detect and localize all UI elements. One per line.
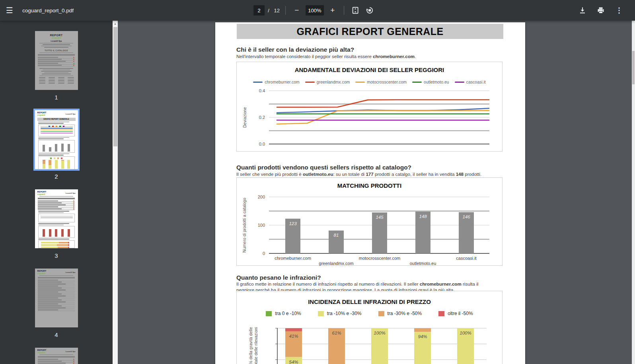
download-button[interactable]: [577, 5, 588, 16]
bar-chart-matching-prodotti: MATCHING PRODOTTI 0100200Numero di prodo…: [236, 177, 503, 266]
svg-text:Numero di prodotti a catalogo: Numero di prodotti a catalogo: [242, 198, 247, 253]
pdf-viewer-area: GRAFICI REPORT GENERALE Chi è il seller …: [118, 21, 632, 364]
thumb-logo-report: REPORT: [35, 34, 78, 37]
page-banner-title: GRAFICI REPORT GENERALE: [237, 24, 503, 39]
chart-1-plot: 0.00.20.4Deviazione: [237, 86, 503, 152]
legend-label: tra -30% e -50%: [388, 311, 422, 316]
legend-item-oltre il -50%: oltre il -50%: [438, 311, 473, 316]
svg-text:148: 148: [419, 214, 427, 219]
rotate-button[interactable]: [364, 5, 375, 16]
svg-text:0.0: 0.0: [259, 142, 265, 146]
section-2-heading: Quanti prodotti vendono questi sellers r…: [236, 164, 411, 171]
thumbnail-page-2-selected[interactable]: REPORT coguard Locatelli Spa GRAFICI REP…: [35, 110, 78, 169]
thumb-company: Locatelli Spa: [66, 350, 76, 352]
zoom-out-button[interactable]: −: [291, 5, 302, 16]
main-scrollbar[interactable]: [632, 21, 635, 364]
thumbnail-label-3[interactable]: 3: [55, 252, 58, 259]
legend-line-swatch: [253, 82, 263, 83]
print-icon: [597, 6, 605, 14]
pdf-page-2: GRAFICI REPORT GENERALE Chi è il seller …: [215, 22, 525, 364]
more-vertical-icon: ⋮: [616, 6, 623, 15]
legend-item-chromeburner.com: chromeburner.com: [253, 80, 300, 84]
print-button[interactable]: [595, 5, 606, 16]
svg-text:motocrosscenter.com: motocrosscenter.com: [359, 256, 401, 261]
legend-line-swatch: [305, 82, 315, 83]
page-total: 12: [274, 8, 279, 14]
legend-label: outletmoto.eu: [424, 80, 449, 84]
thumbnail-page-4[interactable]: REPORT coguard Locatelli Spa: [35, 269, 78, 327]
svg-text:0.4: 0.4: [259, 88, 265, 93]
sidebar-scrollbar[interactable]: ▲: [113, 21, 118, 364]
main-scrollbar-thumb[interactable]: [632, 51, 635, 84]
legend-item-tra 0 e -10%: tra 0 e -10%: [266, 311, 301, 316]
chart-1-legend: chromeburner.comgreenlandmx.commotocross…: [237, 80, 502, 84]
legend-label: tra -10% e -30%: [327, 311, 362, 316]
section-3-heading: Quanto pesano le infrazioni?: [236, 274, 321, 281]
svg-text:100: 100: [258, 223, 265, 228]
legend-label: greenlandmx.com: [317, 80, 350, 84]
svg-text:greenlandmx.com: greenlandmx.com: [319, 261, 353, 266]
thumb-logo-brand: coguard: [37, 114, 47, 116]
thumb-banner: GRAFICI REPORT GENERALE: [37, 118, 76, 121]
chart-3-legend: tra 0 e -10%tra -10% e -30%tra -30% e -5…: [237, 311, 502, 316]
thumbnail-page-1[interactable]: REPORT coguard Locatelli Spa TUTTO IL CA…: [35, 31, 78, 90]
legend-label: cascoasi.it: [466, 80, 486, 84]
svg-text:outletmoto.eu: outletmoto.eu: [410, 261, 436, 266]
chart-3-plot: % della gravità delletotale delle rileva…: [237, 319, 503, 364]
thumbnail-label-4[interactable]: 4: [55, 331, 58, 338]
thumb-company: Locatelli Spa: [35, 40, 78, 42]
page-divider: /: [268, 8, 271, 14]
thumbnail-page-5[interactable]: REPORT coguard Locatelli Spa ▼▼▼: [35, 348, 78, 364]
thumbnail-page-3[interactable]: REPORT coguard Locatelli Spa ▼▼▼▼▼: [35, 189, 78, 248]
svg-text:81: 81: [334, 233, 339, 237]
rotate-counterclockwise-icon: [366, 6, 374, 14]
chart-3-title: INCIDENZA DELLE INFRAZIONI DI PREZZO: [237, 298, 502, 305]
thumb-logo-brand: coguard: [35, 37, 78, 39]
fit-page-icon: [351, 6, 359, 14]
scrollbar-up-arrow[interactable]: ▲: [113, 21, 118, 26]
svg-text:61%: 61%: [332, 331, 341, 335]
hamburger-icon: ☰: [6, 6, 13, 15]
line-chart-deviazioni: ANDAMENTALE DEVIAZIONI DEI SELLER PEGGIO…: [236, 62, 503, 152]
zoom-in-button[interactable]: +: [327, 5, 338, 16]
fit-page-button[interactable]: [350, 5, 361, 16]
menu-button[interactable]: ☰: [0, 0, 19, 21]
thumbnail-label-2[interactable]: 2: [55, 173, 58, 180]
svg-text:200: 200: [258, 195, 265, 199]
thumb-company: Locatelli Spa: [66, 113, 76, 115]
page-number-input[interactable]: 2: [253, 5, 265, 16]
thumb-company: Locatelli Spa: [66, 192, 76, 194]
legend-color-swatch: [318, 311, 324, 316]
legend-line-swatch: [412, 82, 422, 83]
legend-item-motocrosscenter.com: motocrosscenter.com: [355, 80, 407, 84]
thumbnail-label-1[interactable]: 1: [55, 94, 58, 101]
thumb-mini-stacked-chart: [39, 159, 74, 169]
plus-icon: +: [330, 6, 335, 15]
document-title: coguard_report_0.pdf: [22, 8, 74, 14]
more-options-button[interactable]: ⋮: [614, 5, 625, 16]
svg-text:54%: 54%: [289, 360, 298, 364]
legend-line-swatch: [355, 82, 365, 83]
legend-item-cascoasi.it: cascoasi.it: [455, 80, 486, 84]
section-1-heading: Chi è il seller con la deviazione più al…: [236, 46, 354, 53]
stacked-chart-infrazioni: INCIDENZA DELLE INFRAZIONI DI PREZZO tra…: [236, 291, 503, 364]
svg-text:100%: 100%: [460, 331, 471, 335]
thumbnail-sidebar: REPORT coguard Locatelli Spa TUTTO IL CA…: [0, 21, 113, 364]
thumb-logo-brand: coguard: [37, 352, 47, 354]
toolbar-separator: [285, 6, 286, 15]
svg-text:123: 123: [289, 221, 297, 226]
svg-text:totale delle rilevazioni: totale delle rilevazioni: [253, 327, 258, 364]
svg-text:41%: 41%: [289, 334, 298, 339]
legend-label: oltre il -50%: [448, 311, 473, 316]
legend-line-swatch: [455, 82, 464, 83]
sidebar-scrollbar-thumb[interactable]: [113, 27, 117, 146]
svg-text:0: 0: [263, 251, 265, 256]
svg-text:94%: 94%: [418, 334, 427, 339]
svg-text:0.2: 0.2: [259, 115, 265, 120]
svg-text:146: 146: [462, 214, 470, 219]
svg-text:% della gravità delle: % della gravità delle: [248, 327, 253, 364]
chart-1-title: ANDAMENTALE DEVIAZIONI DEI SELLER PEGGIO…: [237, 66, 502, 73]
legend-color-swatch: [266, 311, 272, 316]
zoom-level-input[interactable]: 100%: [306, 5, 324, 16]
section-2-body: Il seller che vende più prodotti è outle…: [236, 171, 491, 177]
